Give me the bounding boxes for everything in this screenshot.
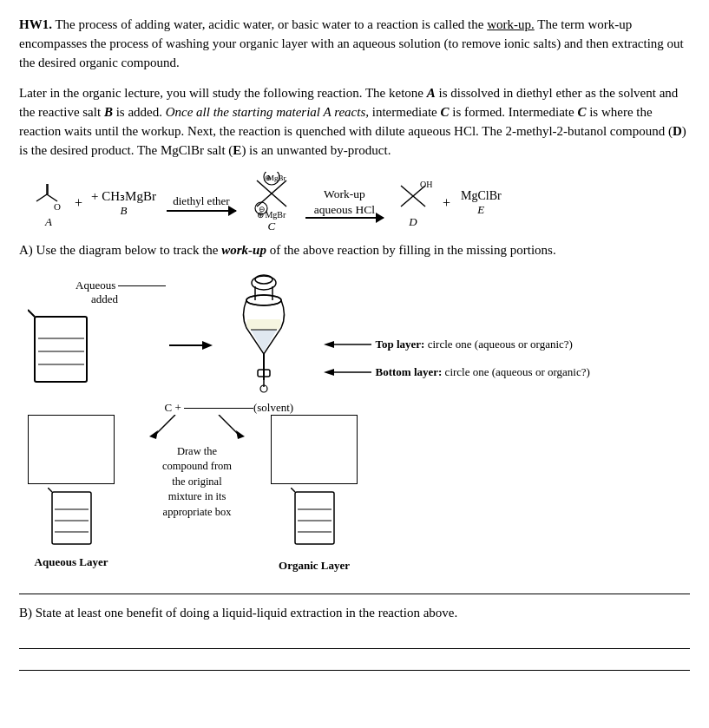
arrow-1-label: diethyl ether (173, 194, 229, 208)
workup-label1: Work-up (324, 187, 365, 202)
compound-d-structure: OH (394, 177, 432, 215)
compound-c: ⊕ MgBr ⊖ ⊕MgBr C (248, 172, 295, 233)
plus-1: + (75, 195, 82, 211)
beaker-left (28, 308, 97, 395)
section-a-label: A) (19, 243, 33, 257)
sep-funnel (216, 267, 312, 406)
aqueous-layer-section: Aqueous Layer (28, 415, 115, 569)
compound-e-label: E (477, 203, 484, 217)
aqueous-beaker (48, 488, 95, 553)
section-a-text: A) Use the diagram below to track the wo… (19, 240, 690, 260)
section-b: B) State at least one benefit of doing a… (19, 594, 690, 650)
aqueous-added-label: Aqueous added (75, 279, 166, 306)
workup-italic: work-up (221, 243, 266, 257)
svg-point-27 (246, 295, 281, 305)
compound-d: OH D (394, 177, 432, 229)
bottom-layer-text: Bottom layer: circle one (aqueous or org… (375, 361, 589, 384)
arrow-1: diethyl ether (167, 194, 236, 212)
svg-text:OH: OH (420, 180, 432, 189)
svg-marker-21 (202, 341, 213, 350)
section-b-label: B) (19, 606, 32, 620)
compound-b-label: B (121, 204, 128, 218)
compound-c-label: C (268, 220, 276, 233)
compound-b: + CH₃MgBr B (91, 188, 156, 218)
mgbr-label: MgBr (265, 210, 286, 220)
svg-rect-46 (295, 492, 334, 544)
svg-line-50 (291, 488, 295, 492)
page-bottom-rule (19, 670, 690, 671)
arrow-down-right (210, 415, 245, 441)
reaction-equation: O A + + CH₃MgBr B diethyl ether ⊕ MgBr ⊖ (26, 172, 690, 233)
svg-marker-45 (236, 430, 245, 439)
hw-intro-para1: HW1. The process of adding water, acidic… (19, 16, 690, 72)
svg-text:MgBr: MgBr (267, 174, 286, 182)
arrow-2-line (305, 217, 384, 219)
arrow-down-left (149, 415, 184, 441)
top-layer-text: Top layer: circle one (aqueous or organi… (375, 333, 572, 356)
hw-title: HW1. (19, 17, 52, 31)
organic-beaker (291, 488, 338, 553)
compound-e-formula: MgClBr (461, 189, 502, 203)
svg-line-41 (48, 488, 52, 492)
svg-text:O: O (54, 201, 61, 212)
compound-d-label: D (409, 215, 417, 229)
svg-marker-43 (149, 430, 158, 439)
svg-line-3 (47, 194, 57, 201)
workup-link: work-up. (487, 17, 535, 31)
bottom-layer-arrow (324, 365, 371, 379)
arrow-1-line (167, 210, 236, 212)
svg-marker-36 (324, 369, 334, 376)
diagram-wrapper: Aqueous added (19, 267, 679, 573)
compound-c-structure: ⊕ MgBr ⊖ (248, 172, 295, 215)
organic-layer-label: Organic Layer (279, 559, 350, 573)
svg-line-19 (28, 310, 35, 317)
svg-rect-37 (52, 492, 91, 544)
beaker-to-funnel-arrow (169, 337, 213, 354)
organic-layer-section: Organic Layer (271, 415, 358, 573)
aqueous-layer-box (28, 415, 115, 484)
hw-intro-para2: Later in the organic lecture, you will s… (19, 84, 690, 160)
compound-b-formula: + CH₃MgBr (91, 188, 156, 204)
center-draw-section: Draw the compound from the original mixt… (149, 415, 245, 521)
top-layer-arrow (324, 338, 371, 351)
workup-label2: aqueous HCl (314, 202, 375, 218)
compound-a-label: A (45, 215, 52, 229)
organic-layer-box (271, 415, 358, 484)
draw-compound-text: Draw the compound from the original mixt… (162, 444, 232, 521)
svg-rect-15 (35, 317, 87, 382)
svg-marker-34 (324, 341, 334, 348)
plus-2: + (443, 195, 450, 211)
section-b-text: B) State at least one benefit of doing a… (19, 603, 690, 623)
aqueous-layer-label: Aqueous Layer (35, 555, 108, 569)
workup-labels: Work-up aqueous HCl (314, 187, 375, 217)
svg-line-0 (36, 194, 47, 201)
arrow-2: Work-up aqueous HCl (305, 187, 384, 219)
section-b-answer-line (19, 648, 690, 649)
compound-e: MgClBr E (461, 189, 502, 217)
layer-labels: Top layer: circle one (aqueous or organi… (324, 333, 589, 384)
compound-a-structure: O (30, 177, 68, 215)
compound-a: O A (30, 177, 68, 229)
